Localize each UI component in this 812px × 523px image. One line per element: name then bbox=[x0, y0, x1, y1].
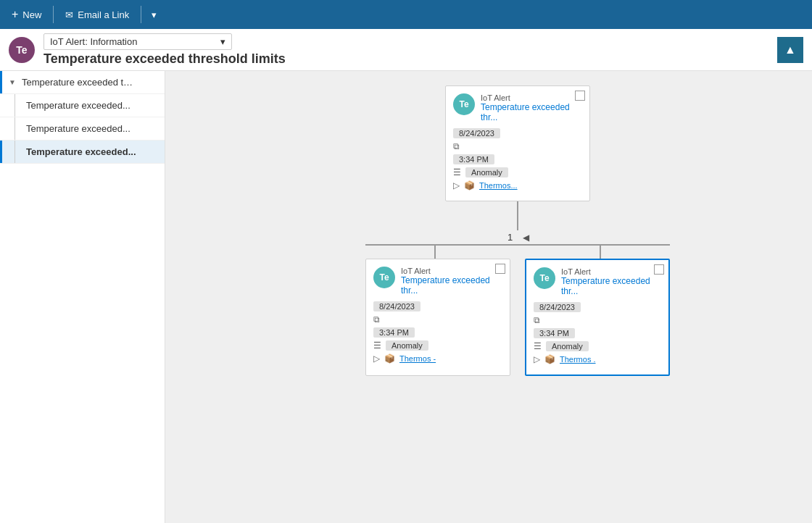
left-card-title[interactable]: Temperature exceeded thr... bbox=[401, 275, 502, 296]
left-card-avatar: Te bbox=[373, 267, 395, 288]
root-card-time: 3:34 PM bbox=[453, 154, 494, 164]
left-device-icon: 📦 bbox=[384, 353, 395, 364]
left-card-copy-field: ⧉ bbox=[373, 314, 502, 325]
root-alert-card[interactable]: Te IoT Alert Temperature exceeded thr...… bbox=[445, 85, 590, 201]
root-card-title[interactable]: Temperature exceeded thr... bbox=[481, 102, 582, 122]
copy-icon: ⧉ bbox=[453, 141, 460, 151]
dropdown-arrow-icon: ▾ bbox=[220, 36, 225, 47]
left-card-date-field: 8/24/2023 bbox=[373, 301, 502, 311]
tree-root-section: Te IoT Alert Temperature exceeded thr...… bbox=[180, 85, 798, 376]
sidebar-item-label-2: Temperature exceeded... bbox=[26, 123, 130, 134]
right-category-icon: ☰ bbox=[534, 341, 542, 351]
category-icon: ☰ bbox=[453, 167, 461, 177]
right-child-card[interactable]: Te IoT Alert Temperature exceeded thr...… bbox=[525, 259, 670, 376]
right-card-link[interactable]: Thermos . bbox=[560, 355, 596, 364]
root-card-type: IoT Alert bbox=[481, 93, 582, 102]
avatar: Te bbox=[9, 37, 35, 63]
pagination-number: 1 bbox=[503, 230, 517, 244]
right-card-date: 8/24/2023 bbox=[534, 302, 581, 312]
right-card-category: Anomaly bbox=[546, 341, 589, 351]
indent-line bbox=[14, 94, 15, 117]
email-icon: ✉ bbox=[65, 9, 73, 20]
left-card-type: IoT Alert bbox=[401, 267, 502, 275]
toolbar: + New ✉ Email a Link ▾ bbox=[0, 0, 812, 29]
right-device-icon: 📦 bbox=[544, 354, 555, 364]
right-card-title[interactable]: Temperature exceeded thr... bbox=[561, 276, 661, 296]
right-card-category-field: ☰ Anomaly bbox=[534, 341, 661, 351]
right-copy-icon: ⧉ bbox=[534, 315, 540, 325]
left-card-time-field: 3:34 PM bbox=[373, 327, 502, 338]
root-card-category-field: ☰ Anomaly bbox=[453, 167, 582, 177]
sidebar-item-label-1: Temperature exceeded... bbox=[26, 100, 130, 111]
left-card-link[interactable]: Thermos - bbox=[399, 354, 436, 363]
right-card-info: IoT Alert Temperature exceeded thr... bbox=[561, 267, 661, 296]
left-forward-icon: ▷ bbox=[373, 353, 380, 364]
children-connector bbox=[365, 244, 670, 259]
left-card-date: 8/24/2023 bbox=[373, 301, 420, 311]
left-copy-icon: ⧉ bbox=[373, 314, 380, 325]
email-label: Email a Link bbox=[78, 9, 129, 20]
root-card-info: IoT Alert Temperature exceeded thr... bbox=[481, 93, 582, 122]
sidebar-item-0[interactable]: ▼ Temperature exceeded thresh... bbox=[0, 71, 165, 94]
new-label: New bbox=[22, 9, 41, 20]
right-card-header: Te IoT Alert Temperature exceeded thr... bbox=[534, 267, 661, 296]
root-card-time-field: 3:34 PM bbox=[453, 154, 582, 164]
h-line bbox=[365, 244, 670, 246]
right-card-avatar: Te bbox=[534, 267, 555, 289]
right-card-time-field: 3:34 PM bbox=[534, 328, 661, 338]
tree-container: Te IoT Alert Temperature exceeded thr...… bbox=[165, 71, 812, 523]
active-indicator bbox=[0, 71, 2, 93]
left-card-time: 3:34 PM bbox=[373, 327, 415, 338]
alert-type-dropdown[interactable]: IoT Alert: Information ▾ bbox=[44, 33, 232, 50]
right-card-date-field: 8/24/2023 bbox=[534, 302, 661, 312]
root-card-date: 8/24/2023 bbox=[453, 128, 500, 138]
device-icon: 📦 bbox=[464, 180, 475, 191]
root-card-link[interactable]: Thermos... bbox=[479, 181, 518, 190]
right-card-time: 3:34 PM bbox=[534, 328, 575, 338]
forward-icon: ▷ bbox=[453, 180, 460, 191]
root-card-copy-field: ⧉ bbox=[453, 141, 582, 151]
toolbar-divider-2 bbox=[141, 6, 141, 23]
plus-icon: + bbox=[12, 8, 18, 21]
right-card-copy-field: ⧉ bbox=[534, 315, 661, 325]
indent-line-3 bbox=[14, 141, 15, 163]
main-content: Te IoT Alert Temperature exceeded thr...… bbox=[165, 71, 812, 523]
pagination-row: 1 ◀ bbox=[503, 230, 532, 244]
left-v-line bbox=[434, 244, 436, 259]
new-button[interactable]: + New bbox=[6, 3, 47, 26]
root-card-avatar: Te bbox=[453, 93, 475, 115]
sidebar-item-2[interactable]: Temperature exceeded... bbox=[0, 117, 165, 141]
sidebar-item-1[interactable]: Temperature exceeded... bbox=[0, 94, 165, 117]
left-card-info: IoT Alert Temperature exceeded thr... bbox=[401, 267, 502, 296]
left-card-header: Te IoT Alert Temperature exceeded thr... bbox=[373, 267, 502, 296]
right-card-checkbox[interactable] bbox=[654, 264, 664, 275]
sidebar: ▼ Temperature exceeded thresh... Tempera… bbox=[0, 71, 165, 523]
header-area: Te IoT Alert: Information ▾ Temperature … bbox=[0, 29, 812, 71]
sidebar-item-label-0: Temperature exceeded thresh... bbox=[22, 77, 138, 88]
left-card-category: Anomaly bbox=[386, 340, 428, 351]
page-title: Temperature exceeded threshold limits bbox=[44, 51, 768, 67]
toolbar-dropdown-button[interactable]: ▾ bbox=[147, 3, 161, 26]
root-card-link-field: ▷ 📦 Thermos... bbox=[453, 180, 582, 191]
root-connector-v bbox=[517, 201, 518, 230]
chevron-down-icon: ▾ bbox=[152, 9, 157, 20]
root-card-checkbox[interactable] bbox=[575, 91, 585, 101]
right-v-line bbox=[600, 244, 601, 259]
left-category-icon: ☰ bbox=[373, 340, 381, 351]
email-link-button[interactable]: ✉ Email a Link bbox=[59, 3, 135, 26]
root-card-header: Te IoT Alert Temperature exceeded thr... bbox=[453, 93, 582, 122]
sidebar-item-label-3: Temperature exceeded... bbox=[26, 146, 136, 157]
dropdown-label: IoT Alert: Information bbox=[50, 36, 137, 47]
right-card-link-field: ▷ 📦 Thermos . bbox=[534, 354, 661, 364]
collapse-button[interactable]: ▲ bbox=[777, 37, 803, 63]
indent-line-2 bbox=[14, 117, 15, 140]
root-card-category: Anomaly bbox=[465, 167, 508, 177]
left-card-category-field: ☰ Anomaly bbox=[373, 340, 502, 351]
right-card-type: IoT Alert bbox=[561, 267, 661, 276]
left-card-checkbox[interactable] bbox=[495, 264, 505, 274]
left-child-card[interactable]: Te IoT Alert Temperature exceeded thr...… bbox=[365, 259, 510, 376]
header-content: IoT Alert: Information ▾ Temperature exc… bbox=[44, 33, 768, 67]
expand-icon: ▼ bbox=[9, 78, 16, 86]
sidebar-item-3[interactable]: Temperature exceeded... bbox=[0, 141, 165, 164]
pagination-prev-button[interactable]: ◀ bbox=[520, 231, 532, 244]
